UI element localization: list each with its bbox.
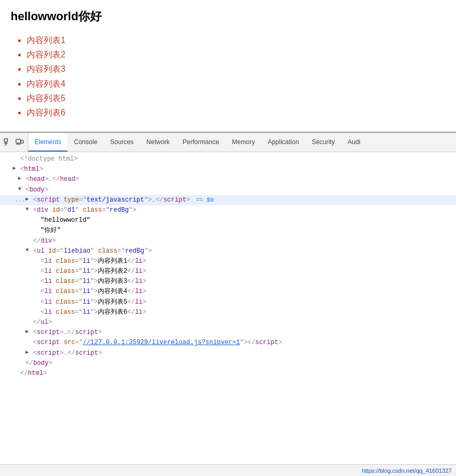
li-3-line: <li class="li">内容列表3</li>	[0, 277, 456, 287]
statusbar: https://blog.csdn.net/qq_41601327	[0, 464, 456, 476]
head-line[interactable]: ▶ <head>…</head>	[0, 174, 456, 185]
svg-rect-0	[4, 139, 7, 142]
doctype-line: <!doctype html>	[0, 154, 456, 164]
li-1-line: <li class="li">内容列表1</li>	[0, 256, 456, 266]
html-close-line: </html>	[0, 369, 456, 379]
li-2-line: <li class="li">内容列表2</li>	[0, 266, 456, 277]
tab-sources[interactable]: Sources	[104, 133, 140, 152]
div-d1-close-line: </div>	[0, 236, 456, 246]
device-icon[interactable]	[15, 138, 24, 147]
tab-audits[interactable]: Audi	[341, 133, 367, 152]
script-line-highlighted[interactable]: ... ▶ <script type="text/javascript">…</…	[0, 195, 456, 205]
list-item: 内容列表2	[27, 47, 445, 62]
page-title: hellowworld你好	[11, 9, 445, 24]
tab-elements[interactable]: Elements	[28, 133, 68, 152]
text-nihao-line: "你好"	[0, 226, 456, 236]
script-3-line[interactable]: ▶ <script>…</script>	[0, 348, 456, 358]
statusbar-url: https://blog.csdn.net/qq_41601327	[362, 467, 452, 474]
ul-liebiao-open-line[interactable]: ▼ <ul id="liebiao" class="redBg">	[0, 246, 456, 256]
li-5-line: <li class="li">内容列表5</li>	[0, 297, 456, 307]
text-hellow-line: "hellowworld"	[0, 215, 456, 226]
list-item: 内容列表1	[27, 33, 445, 47]
svg-rect-4	[21, 140, 23, 143]
page-list: 内容列表1 内容列表2 内容列表3 内容列表4 内容列表5 内容列表6	[11, 33, 445, 120]
inspect-icon[interactable]	[3, 138, 13, 147]
ul-liebiao-close-line: </ul>	[0, 318, 456, 328]
body-open-line[interactable]: ▼ <body>	[0, 185, 456, 195]
html-open-line[interactable]: ▶ <html>	[0, 164, 456, 174]
devtools-tabs: Elements Console Sources Network Perform…	[28, 133, 456, 152]
list-item: 内容列表3	[27, 62, 445, 76]
li-6-line: <li class="li">内容列表6</li>	[0, 307, 456, 318]
list-item: 内容列表5	[27, 91, 445, 105]
elements-panel[interactable]: <!doctype html> ▶ <html> ▶ <head>…</head…	[0, 152, 456, 464]
tab-network[interactable]: Network	[140, 133, 176, 152]
list-item: 内容列表4	[27, 77, 445, 91]
svg-rect-3	[16, 139, 21, 143]
livereload-script-line: <script src="//127.0.0.1:35929/livereloa…	[0, 338, 456, 348]
script-2-line[interactable]: ▶ <script>…</script>	[0, 328, 456, 338]
tab-security[interactable]: Security	[305, 133, 341, 152]
body-close-line: </body>	[0, 358, 456, 369]
div-d1-open-line[interactable]: ▼ <div id="d1" class="redBg">	[0, 205, 456, 215]
list-item: 内容列表6	[27, 105, 445, 120]
browser-viewport: hellowworld你好 内容列表1 内容列表2 内容列表3 内容列表4 内容…	[0, 0, 456, 132]
devtools-toolbar: Elements Console Sources Network Perform…	[0, 133, 456, 152]
tab-application[interactable]: Application	[261, 133, 305, 152]
li-4-line: <li class="li">内容列表4</li>	[0, 287, 456, 297]
devtools-panel: Elements Console Sources Network Perform…	[0, 132, 456, 476]
tab-memory[interactable]: Memory	[226, 133, 261, 152]
tab-console[interactable]: Console	[68, 133, 104, 152]
tab-performance[interactable]: Performance	[176, 133, 226, 152]
toolbar-icons	[0, 133, 28, 152]
